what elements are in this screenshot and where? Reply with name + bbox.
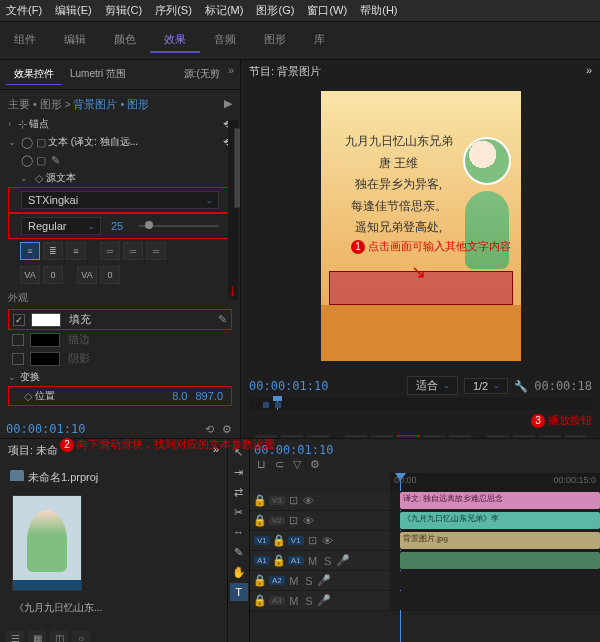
- menu-help[interactable]: 帮助(H): [360, 4, 397, 16]
- breadcrumb-link[interactable]: 背景图片 • 图形: [73, 98, 149, 110]
- project-file-name[interactable]: 未命名1.prproj: [28, 471, 98, 483]
- position-y-value[interactable]: 897.0: [195, 390, 223, 402]
- position-x-value[interactable]: 8.0: [172, 390, 187, 402]
- kerning-value[interactable]: 0: [43, 266, 63, 284]
- align-left-button[interactable]: ≡: [20, 242, 40, 260]
- stroke-color-swatch[interactable]: [30, 333, 60, 347]
- lock-icon[interactable]: 🔒: [273, 555, 285, 567]
- font-family-dropdown[interactable]: STXingkai⌵: [21, 191, 219, 209]
- solo-icon[interactable]: S: [322, 555, 334, 567]
- pen-tool[interactable]: ✎: [230, 543, 248, 561]
- align-center-button[interactable]: ≣: [43, 242, 63, 260]
- ellipse-mask-icon[interactable]: ◯: [20, 153, 34, 167]
- source-patch[interactable]: V1: [254, 536, 270, 545]
- list-view-button[interactable]: ☰: [6, 630, 24, 642]
- lock-icon[interactable]: 🔒: [254, 595, 266, 607]
- slip-tool[interactable]: ↔: [230, 523, 248, 541]
- shadow-color-swatch[interactable]: [30, 352, 60, 366]
- disclosure-icon[interactable]: ⌄: [20, 173, 28, 183]
- track-toggle[interactable]: V3: [269, 496, 285, 505]
- solo-icon[interactable]: S: [303, 595, 315, 607]
- visibility-icon[interactable]: ◯: [20, 135, 34, 149]
- disclosure-icon[interactable]: ⌄: [8, 372, 16, 382]
- marker-icon[interactable]: ▽: [290, 457, 304, 471]
- linked-selection-icon[interactable]: ⊂: [272, 457, 286, 471]
- eyedropper-icon[interactable]: ✎: [218, 313, 227, 326]
- loop-icon[interactable]: ⟲: [202, 422, 216, 436]
- align-bottom-button[interactable]: ═: [146, 242, 166, 260]
- sync-lock-icon[interactable]: ⊡: [288, 515, 300, 527]
- settings-icon[interactable]: ⚙: [308, 457, 322, 471]
- keyframe-icon[interactable]: ◇: [32, 171, 46, 185]
- razor-tool[interactable]: ✂: [230, 503, 248, 521]
- menu-edit[interactable]: 编辑(E): [55, 4, 92, 16]
- disclosure-icon[interactable]: ›: [8, 119, 11, 129]
- voiceover-icon[interactable]: 🎤: [318, 575, 330, 587]
- panel-menu-icon[interactable]: »: [586, 64, 592, 76]
- menu-clip[interactable]: 剪辑(C): [105, 4, 142, 16]
- font-size-value[interactable]: 25: [111, 220, 123, 232]
- zoom-slider[interactable]: ○: [72, 630, 90, 642]
- tab-effects[interactable]: 效果: [150, 28, 200, 53]
- ripple-edit-tool[interactable]: ⇄: [230, 483, 248, 501]
- eye-icon[interactable]: 👁: [322, 535, 334, 547]
- tracking-button[interactable]: VA: [77, 266, 97, 284]
- kerning-button[interactable]: VA: [20, 266, 40, 284]
- stroke-checkbox[interactable]: [12, 334, 24, 346]
- lock-icon[interactable]: 🔒: [254, 575, 266, 587]
- rect-mask-icon[interactable]: ▢: [34, 153, 48, 167]
- program-canvas[interactable]: 九月九日忆山东兄弟 唐 王维 独在异乡为异客, 每逢佳节倍思亲。 遥知兄弟登高处…: [321, 91, 521, 361]
- menu-marker[interactable]: 标记(M): [205, 4, 244, 16]
- menu-file[interactable]: 文件(F): [6, 4, 42, 16]
- track-select-tool[interactable]: ⇥: [230, 463, 248, 481]
- shadow-checkbox[interactable]: [12, 353, 24, 365]
- zoom-dropdown[interactable]: 1/2⌵: [464, 378, 508, 394]
- clip-background[interactable]: 背景图片.jpg: [400, 532, 600, 549]
- voiceover-icon[interactable]: 🎤: [337, 555, 349, 567]
- clip-title[interactable]: 《九月九日忆山东兄弟》李: [400, 512, 600, 529]
- mute-icon[interactable]: M: [288, 575, 300, 587]
- sync-lock-icon[interactable]: ⊡: [288, 495, 300, 507]
- settings-icon[interactable]: ⚙: [220, 422, 234, 436]
- menu-graphics[interactable]: 图形(G): [256, 4, 294, 16]
- track-toggle[interactable]: A1: [288, 556, 304, 565]
- track-toggle[interactable]: V1: [288, 536, 304, 545]
- clip-audio[interactable]: [400, 552, 600, 569]
- panel-menu-icon[interactable]: »: [228, 64, 234, 85]
- track-toggle[interactable]: V2: [269, 516, 285, 525]
- tab-assembly[interactable]: 组件: [0, 28, 50, 53]
- hand-tool[interactable]: ✋: [230, 563, 248, 581]
- lock-icon[interactable]: 🔒: [273, 535, 285, 547]
- align-middle-button[interactable]: ═: [123, 242, 143, 260]
- timeline-ruler[interactable]: 00:00 00:00:15:0: [390, 473, 600, 491]
- program-scrubber[interactable]: [249, 398, 592, 410]
- clip-thumbnail[interactable]: [12, 495, 82, 591]
- tab-editing[interactable]: 编辑: [50, 28, 100, 53]
- eye-icon[interactable]: 👁: [303, 495, 315, 507]
- font-weight-dropdown[interactable]: Regular⌵: [21, 217, 101, 235]
- eye-icon[interactable]: 👁: [303, 515, 315, 527]
- align-top-button[interactable]: ═: [100, 242, 120, 260]
- voiceover-icon[interactable]: 🎤: [318, 595, 330, 607]
- type-tool[interactable]: T: [230, 583, 248, 601]
- play-icon[interactable]: ▶: [224, 97, 232, 110]
- mute-icon[interactable]: M: [288, 595, 300, 607]
- freeform-view-button[interactable]: ◫: [50, 630, 68, 642]
- tab-effect-controls[interactable]: 效果控件: [6, 64, 62, 85]
- lock-icon[interactable]: 🔒: [254, 515, 266, 527]
- mute-icon[interactable]: M: [307, 555, 319, 567]
- tab-lumetri-scopes[interactable]: Lumetri 范围: [62, 64, 134, 85]
- icon-view-button[interactable]: ▦: [28, 630, 46, 642]
- menu-sequence[interactable]: 序列(S): [155, 4, 192, 16]
- tracking-value[interactable]: 0: [100, 266, 120, 284]
- lock-icon[interactable]: 🔒: [254, 495, 266, 507]
- pen-mask-icon[interactable]: ✎: [48, 153, 62, 167]
- poem-text[interactable]: 九月九日忆山东兄弟 唐 王维 独在异乡为异客, 每逢佳节倍思亲。 遥知兄弟登高处…: [339, 131, 459, 239]
- menu-window[interactable]: 窗口(W): [307, 4, 347, 16]
- project-tab[interactable]: 项目: 未命: [8, 444, 58, 456]
- sync-lock-icon[interactable]: ⊡: [307, 535, 319, 547]
- panel-timecode[interactable]: 00:00:01:10: [6, 422, 85, 436]
- disclosure-icon[interactable]: ⌄: [8, 137, 16, 147]
- tab-graphics[interactable]: 图形: [250, 28, 300, 53]
- tab-color[interactable]: 颜色: [100, 28, 150, 53]
